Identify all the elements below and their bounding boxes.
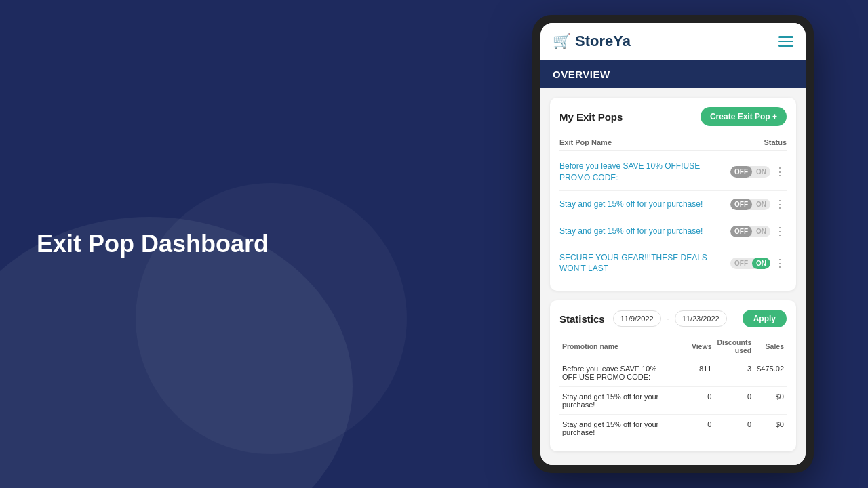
page-title: Exit Pop Dashboard <box>37 229 269 258</box>
exit-pops-card: My Exit Pops Create Exit Pop + Exit Pop … <box>550 98 796 291</box>
stat-views: 0 <box>689 415 715 443</box>
th-sales: Sales <box>754 336 787 359</box>
overview-label: OVERVIEW <box>553 68 610 80</box>
hamburger-line-1 <box>778 36 793 38</box>
date-separator: - <box>667 314 669 323</box>
stat-sales: $0 <box>754 387 787 415</box>
stats-table-header-row: Promotion name Views Discountsused Sales <box>559 336 787 359</box>
toggle-on-label: ON <box>752 258 770 269</box>
exit-pop-row: Stay and get 15% off for your purchase! … <box>559 191 787 218</box>
toggle-wrapper: OFF ON <box>724 166 770 178</box>
statistics-card: Statistics 11/9/2022 - 11/23/2022 Apply … <box>550 300 796 451</box>
toggle-wrapper: OFF ON <box>724 199 770 210</box>
statistics-table: Promotion name Views Discountsused Sales… <box>559 336 787 442</box>
th-exit-pop-name: Exit Pop Name <box>559 138 732 146</box>
toggle-switch[interactable]: OFF ON <box>730 166 770 178</box>
row-menu-button[interactable]: ⋮ <box>773 257 787 270</box>
content-area: My Exit Pops Create Exit Pop + Exit Pop … <box>540 88 806 465</box>
th-discounts-used: Discountsused <box>714 336 754 359</box>
logo-area: 🛒 StoreYa <box>553 33 631 50</box>
toggle-wrapper: OFF ON <box>724 258 770 269</box>
row-menu-button[interactable]: ⋮ <box>773 198 787 211</box>
pop-name[interactable]: Stay and get 15% off for your purchase! <box>559 199 724 210</box>
stat-promo-name: Stay and get 15% off for your purchase! <box>559 387 689 415</box>
exit-pops-title: My Exit Pops <box>559 111 623 123</box>
stat-sales: $0 <box>754 415 787 443</box>
logo-text: StoreYa <box>575 33 631 50</box>
stat-sales: $475.02 <box>754 359 787 387</box>
toggle-off-label: OFF <box>730 166 752 178</box>
logo-cart-icon: 🛒 <box>553 33 571 50</box>
pop-name[interactable]: Stay and get 15% off for your purchase! <box>559 226 724 237</box>
apply-button[interactable]: Apply <box>743 310 787 327</box>
hamburger-line-2 <box>778 41 793 43</box>
toggle-wrapper: OFF ON <box>724 226 770 237</box>
stat-discounts: 0 <box>714 387 754 415</box>
device-frame: 🛒 StoreYa OVERVIEW My Exit Pops Create E… <box>532 15 814 473</box>
th-promotion-name: Promotion name <box>559 336 689 359</box>
stats-table-row: Before you leave SAVE 10% OFF!USE PROMO … <box>559 359 787 387</box>
create-exit-pop-button[interactable]: Create Exit Pop + <box>701 107 787 126</box>
toggle-on-label: ON <box>752 199 770 210</box>
toggle-switch[interactable]: OFF ON <box>730 226 770 237</box>
stat-discounts: 0 <box>714 415 754 443</box>
row-menu-button[interactable]: ⋮ <box>773 225 787 238</box>
exit-pops-table-header: Exit Pop Name Status <box>559 134 787 151</box>
stats-table-row: Stay and get 15% off for your purchase! … <box>559 387 787 415</box>
hamburger-menu-button[interactable] <box>778 36 793 47</box>
stat-views: 0 <box>689 387 715 415</box>
hamburger-line-3 <box>778 45 793 47</box>
app-header: 🛒 StoreYa <box>540 23 806 60</box>
stat-views: 811 <box>689 359 715 387</box>
overview-bar: OVERVIEW <box>540 60 806 88</box>
statistics-title: Statistics <box>559 313 605 325</box>
date-to-input[interactable]: 11/23/2022 <box>675 310 727 327</box>
page-title-area: Exit Pop Dashboard <box>37 229 269 258</box>
stat-promo-name: Stay and get 15% off for your purchase! <box>559 415 689 443</box>
date-from-input[interactable]: 11/9/2022 <box>613 310 661 327</box>
device-screen: 🛒 StoreYa OVERVIEW My Exit Pops Create E… <box>540 23 806 465</box>
stat-promo-name: Before you leave SAVE 10% OFF!USE PROMO … <box>559 359 689 387</box>
exit-pop-row: Before you leave SAVE 10% OFF!USE PROMO … <box>559 154 787 191</box>
row-menu-button[interactable]: ⋮ <box>773 165 787 178</box>
exit-pop-row: SECURE YOUR GEAR!!!THESE DEALS WON'T LAS… <box>559 245 787 282</box>
toggle-off-label: OFF <box>730 258 752 269</box>
statistics-header: Statistics 11/9/2022 - 11/23/2022 Apply <box>559 310 787 327</box>
exit-pops-card-header: My Exit Pops Create Exit Pop + <box>559 107 787 126</box>
bg-decoration-2 <box>136 183 407 454</box>
toggle-switch[interactable]: OFF ON <box>730 258 770 269</box>
toggle-on-label: ON <box>752 166 770 178</box>
th-status: Status <box>732 138 787 146</box>
th-views: Views <box>689 336 715 359</box>
stats-table-row: Stay and get 15% off for your purchase! … <box>559 415 787 443</box>
toggle-off-label: OFF <box>730 226 752 237</box>
toggle-switch[interactable]: OFF ON <box>730 199 770 210</box>
pop-name[interactable]: SECURE YOUR GEAR!!!THESE DEALS WON'T LAS… <box>559 252 724 275</box>
pop-name[interactable]: Before you leave SAVE 10% OFF!USE PROMO … <box>559 161 724 184</box>
toggle-off-label: OFF <box>730 199 752 210</box>
toggle-on-label: ON <box>752 226 770 237</box>
exit-pop-row: Stay and get 15% off for your purchase! … <box>559 218 787 245</box>
stat-discounts: 3 <box>714 359 754 387</box>
